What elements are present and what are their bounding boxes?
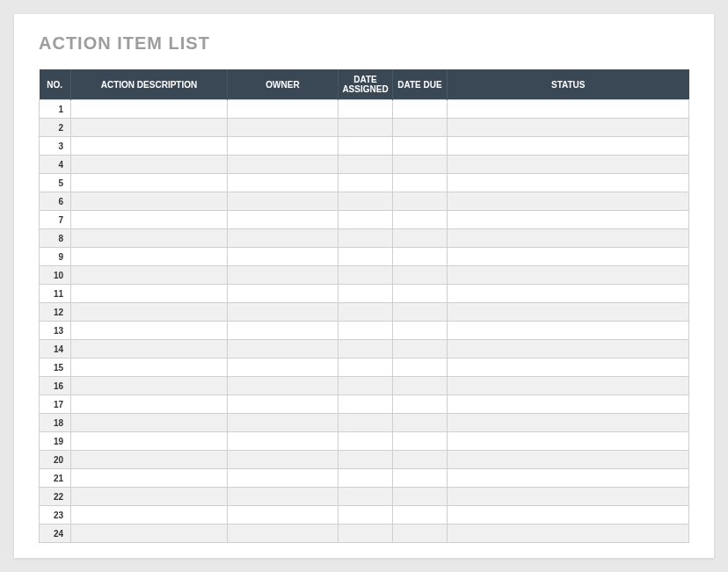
cell-status xyxy=(448,506,689,525)
cell-date-due xyxy=(393,432,448,451)
cell-date-due xyxy=(393,506,448,525)
cell-no: 20 xyxy=(40,451,71,469)
cell-description xyxy=(71,119,228,137)
cell-date-due xyxy=(393,266,448,285)
cell-status xyxy=(448,156,689,174)
cell-no: 5 xyxy=(40,174,71,192)
cell-status xyxy=(448,174,689,192)
table-row: 6 xyxy=(40,192,689,211)
cell-date-assigned xyxy=(339,156,393,174)
cell-description xyxy=(71,469,228,488)
cell-status xyxy=(448,414,689,432)
table-row: 19 xyxy=(40,432,689,451)
cell-date-due xyxy=(393,377,448,395)
cell-date-due xyxy=(393,156,448,174)
cell-owner xyxy=(228,303,339,322)
cell-owner xyxy=(228,451,339,469)
cell-no: 23 xyxy=(40,506,71,525)
cell-description xyxy=(71,432,228,451)
cell-status xyxy=(448,432,689,451)
table-row: 3 xyxy=(40,137,689,156)
cell-date-due xyxy=(393,340,448,358)
cell-owner xyxy=(228,100,339,119)
cell-date-due xyxy=(393,469,448,488)
cell-date-assigned xyxy=(339,358,393,377)
cell-owner xyxy=(228,119,339,137)
cell-status xyxy=(448,322,689,340)
cell-date-due xyxy=(393,211,448,229)
cell-description xyxy=(71,322,228,340)
cell-no: 9 xyxy=(40,248,71,266)
cell-status xyxy=(448,266,689,285)
cell-date-due xyxy=(393,414,448,432)
cell-status xyxy=(448,192,689,211)
cell-date-assigned xyxy=(339,119,393,137)
cell-description xyxy=(71,451,228,469)
cell-no: 7 xyxy=(40,211,71,229)
header-description: ACTION DESCRIPTION xyxy=(71,69,228,100)
table-row: 5 xyxy=(40,174,689,192)
cell-date-assigned xyxy=(339,525,393,543)
cell-owner xyxy=(228,525,339,543)
cell-owner xyxy=(228,156,339,174)
header-date-assigned: DATE ASSIGNED xyxy=(339,69,393,100)
cell-date-assigned xyxy=(339,506,393,525)
cell-date-assigned xyxy=(339,211,393,229)
table-row: 16 xyxy=(40,377,689,395)
cell-description xyxy=(71,506,228,525)
cell-date-assigned xyxy=(339,285,393,303)
table-row: 7 xyxy=(40,211,689,229)
cell-date-assigned xyxy=(339,322,393,340)
cell-no: 14 xyxy=(40,340,71,358)
cell-date-due xyxy=(393,137,448,156)
cell-description xyxy=(71,137,228,156)
cell-owner xyxy=(228,285,339,303)
cell-status xyxy=(448,211,689,229)
table-row: 14 xyxy=(40,340,689,358)
table-row: 20 xyxy=(40,451,689,469)
table-row: 23 xyxy=(40,506,689,525)
header-status: STATUS xyxy=(448,69,689,100)
cell-description xyxy=(71,229,228,248)
page-title: ACTION ITEM LIST xyxy=(39,33,689,54)
cell-no: 4 xyxy=(40,156,71,174)
cell-description xyxy=(71,174,228,192)
cell-date-due xyxy=(393,248,448,266)
cell-status xyxy=(448,451,689,469)
cell-owner xyxy=(228,506,339,525)
header-owner: OWNER xyxy=(228,69,339,100)
cell-status xyxy=(448,119,689,137)
table-row: 18 xyxy=(40,414,689,432)
cell-owner xyxy=(228,192,339,211)
cell-date-assigned xyxy=(339,266,393,285)
cell-status xyxy=(448,137,689,156)
cell-date-due xyxy=(393,358,448,377)
cell-status xyxy=(448,229,689,248)
cell-date-assigned xyxy=(339,340,393,358)
cell-owner xyxy=(228,340,339,358)
cell-owner xyxy=(228,248,339,266)
cell-owner xyxy=(228,358,339,377)
cell-no: 15 xyxy=(40,358,71,377)
action-item-table: NO. ACTION DESCRIPTION OWNER DATE ASSIGN… xyxy=(39,69,689,543)
cell-description xyxy=(71,358,228,377)
cell-status xyxy=(448,395,689,414)
table-row: 13 xyxy=(40,322,689,340)
cell-no: 3 xyxy=(40,137,71,156)
cell-date-due xyxy=(393,395,448,414)
cell-no: 8 xyxy=(40,229,71,248)
cell-no: 21 xyxy=(40,469,71,488)
table-row: 24 xyxy=(40,525,689,543)
cell-owner xyxy=(228,395,339,414)
cell-date-assigned xyxy=(339,451,393,469)
cell-owner xyxy=(228,414,339,432)
cell-date-assigned xyxy=(339,192,393,211)
cell-date-assigned xyxy=(339,303,393,322)
cell-date-assigned xyxy=(339,414,393,432)
cell-no: 11 xyxy=(40,285,71,303)
cell-date-assigned xyxy=(339,488,393,506)
cell-owner xyxy=(228,322,339,340)
document-page: ACTION ITEM LIST NO. ACTION DESCRIPTION … xyxy=(14,14,714,558)
cell-no: 1 xyxy=(40,100,71,119)
cell-date-due xyxy=(393,119,448,137)
